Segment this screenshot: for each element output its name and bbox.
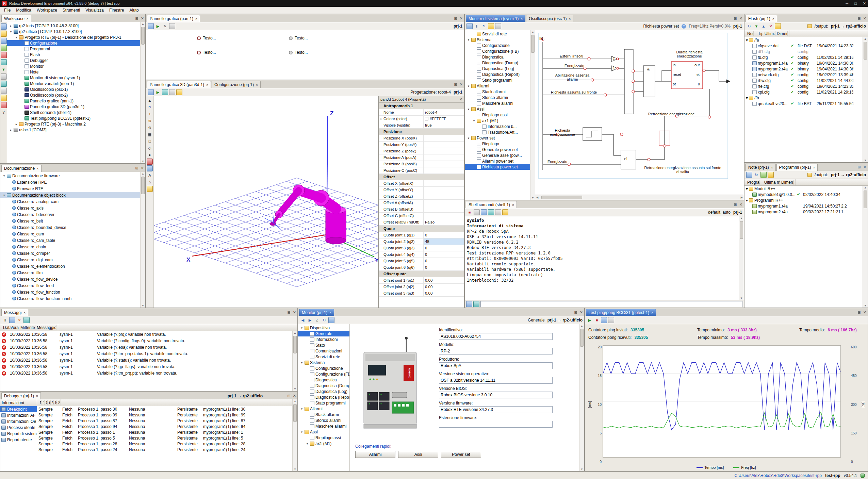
twisty-icon[interactable]: ▾ (300, 407, 304, 411)
pause-icon[interactable]: ‖ (2, 317, 8, 323)
help-icon[interactable]: ? (682, 24, 686, 29)
new-workspace-icon[interactable] (1, 23, 7, 30)
column-header[interactable]: Programma (746, 180, 760, 185)
property-row[interactable]: Quota joint 3 (qj3) 0 (379, 245, 464, 251)
settings-icon[interactable] (176, 89, 182, 95)
view-top-icon[interactable]: □ (147, 138, 153, 144)
column-header[interactable]: Ultima build (763, 31, 775, 36)
field-value-input[interactable] (439, 362, 553, 369)
download-icon[interactable]: ▼ (753, 23, 759, 29)
panel-close-icon[interactable]: ✕ (293, 310, 296, 315)
tree-item[interactable]: ▾rp2-ufficio [TCP/IP 10.0.17.2:8100] (7, 29, 140, 34)
folder-icon[interactable] (775, 23, 781, 29)
tree-item[interactable]: Stato (298, 342, 349, 348)
tab-programs[interactable]: Note (prj-1)× (746, 164, 776, 171)
field-value-input[interactable] (439, 406, 553, 413)
clear-icon[interactable] (474, 209, 480, 215)
tree-item[interactable]: Diagnostica (465, 54, 530, 60)
property-row[interactable]: Offset Z (offsetZ) (379, 193, 464, 200)
tree-item[interactable]: ▾Documentazione object block (0, 192, 140, 198)
properties-close-icon[interactable]: ✕ (459, 97, 462, 102)
table-row[interactable]: myprogram2.r4a 09/02/2022 17:21:21 1 (744, 209, 863, 215)
tree-item[interactable]: Riepilogo assi (465, 112, 530, 118)
field-value-input[interactable] (439, 392, 553, 398)
table-row[interactable]: ▾/fa (744, 37, 863, 43)
tree-item[interactable]: Classe rc_crimper (0, 250, 140, 257)
tree-item[interactable]: Monitor di sistema (sysm-1) (7, 75, 140, 81)
twisty-icon[interactable]: ▾ (300, 361, 304, 364)
run-icon[interactable]: ▶ (587, 317, 593, 323)
property-row[interactable]: Offset Y (offsetY) (379, 187, 464, 193)
tree-item[interactable]: Comunicazioni (298, 348, 349, 354)
tab-close-icon[interactable]: × (772, 17, 774, 21)
panel-text-item[interactable]: Testo... (197, 36, 216, 40)
tab-debugger[interactable]: Debugger (prj-1)× (1, 392, 41, 399)
save-icon[interactable] (328, 317, 334, 323)
twisty-icon[interactable]: ▾ (467, 84, 470, 88)
panel-float-icon[interactable]: ⊞ (734, 16, 737, 21)
refresh-icon[interactable]: ↻ (321, 317, 327, 323)
table-row[interactable]: myprogram1.r4a ✔ binary 19/04/2021 14:30… (744, 60, 863, 66)
twisty-icon[interactable]: ▾ (306, 442, 309, 445)
tree-item[interactable]: Oscilloscopio (osc-2) (7, 92, 140, 98)
oscilloscope-icon[interactable] (1, 81, 7, 87)
breakpoint-row[interactable]: SempreFetchProcesso 1, passo 28 Nessuna … (37, 441, 292, 447)
tree-item[interactable]: Classe rc_belt (0, 218, 140, 224)
quick-link-button[interactable]: Allarmi (355, 451, 395, 458)
property-row[interactable]: Posizione Y (posY) (379, 142, 464, 148)
tree-item[interactable]: Configurazione (FB) (298, 371, 349, 377)
table-row[interactable]: ▾Moduli R++ (744, 186, 863, 192)
twisty-icon[interactable]: ▾ (746, 198, 748, 203)
table-row[interactable]: myprogram2.r4a ✔ binary 19/04/2021 14:30… (744, 66, 863, 72)
column-header[interactable]: Dimensione (775, 31, 788, 36)
tree-item[interactable]: ▾ax1 (M1) (298, 441, 349, 446)
tab-monitor[interactable]: Monitor (prj-1)× (299, 309, 334, 316)
tab-close-icon[interactable]: × (256, 83, 258, 87)
message-row[interactable]: 10/03/2022 10:36:58 sysm-1 Variabile (?.… (0, 357, 292, 363)
tree-item[interactable]: ▾ax1 (M1) (465, 118, 530, 123)
shell-command-input[interactable] (480, 301, 742, 307)
zoom-out-icon[interactable]: ⊖ (147, 125, 153, 131)
table-row[interactable]: fb.cfg ✔ config 11/02/2021 14:29:16 (744, 54, 863, 60)
tree-item[interactable]: ▾Assi (465, 106, 530, 112)
scrollbar[interactable]: ▲▼ (292, 331, 297, 391)
edit-icon[interactable]: ✎ (162, 23, 168, 29)
breakpoint-row[interactable]: SempreFetchProcesso 1, passo 99 Nessuna … (37, 412, 292, 418)
panel-float-icon[interactable]: ⊞ (858, 16, 861, 21)
stop-icon[interactable]: ■ (466, 209, 473, 215)
table-row[interactable]: mymodule1@1.0.0.... ✔ 02/02/2022 14:40:3… (744, 192, 863, 197)
tree-item[interactable]: Riepilogo assi (298, 435, 349, 441)
scrollbar[interactable]: ▲▼ (579, 324, 584, 471)
tree-item[interactable]: Test ping/pong BCC/31 (pptest-1) (7, 115, 140, 121)
scrollbar-horizontal[interactable]: ◀▶ (535, 195, 744, 200)
tree-item[interactable]: Configurazione (FB) (465, 48, 530, 54)
zoom-in-icon[interactable]: ⊕ (147, 118, 153, 124)
property-row[interactable]: Offset relativi (relOff) Falso (379, 219, 464, 226)
panel-close-icon[interactable]: ✕ (580, 310, 583, 315)
tab-close-icon[interactable]: × (27, 17, 29, 21)
tree-item[interactable]: Servizi di rete (298, 354, 349, 360)
twisty-icon[interactable]: ▸ (9, 24, 13, 28)
menu-item[interactable]: Finestre (107, 7, 127, 13)
label-icon[interactable]: A (147, 172, 153, 178)
panel-float-icon[interactable]: ⊞ (454, 16, 457, 21)
save-icon[interactable] (481, 209, 487, 215)
twisty-icon[interactable]: ▾ (300, 326, 304, 330)
panel-close-icon[interactable]: ✕ (739, 16, 742, 21)
copy-icon[interactable] (488, 209, 494, 215)
tree-item[interactable]: Pannello grafico 3D (pan3d-1) (7, 104, 140, 110)
workspace-path[interactable]: C:\Users\Alex\Robox\Rde3\Workspaces\test… (734, 473, 822, 478)
property-row[interactable]: Offset A (offsetA) (379, 200, 464, 206)
tab-flash[interactable]: Flash (prj-1)× (746, 15, 777, 22)
save-icon[interactable] (466, 23, 473, 29)
column-header[interactable]: Valore (51, 400, 54, 405)
measure-icon[interactable] (147, 186, 153, 192)
command-history-icon[interactable] (466, 301, 472, 307)
tree-item[interactable]: Classe rc_chain (0, 244, 140, 250)
column-header[interactable]: Mask (54, 400, 57, 405)
tree-item[interactable]: Classe rc_cam (0, 231, 140, 237)
grid-icon[interactable] (169, 89, 175, 95)
tab-close-icon[interactable]: × (23, 311, 26, 315)
tree-item[interactable]: Diagnostica (Dump) (465, 60, 530, 66)
grid-toggle-icon[interactable] (147, 165, 153, 171)
